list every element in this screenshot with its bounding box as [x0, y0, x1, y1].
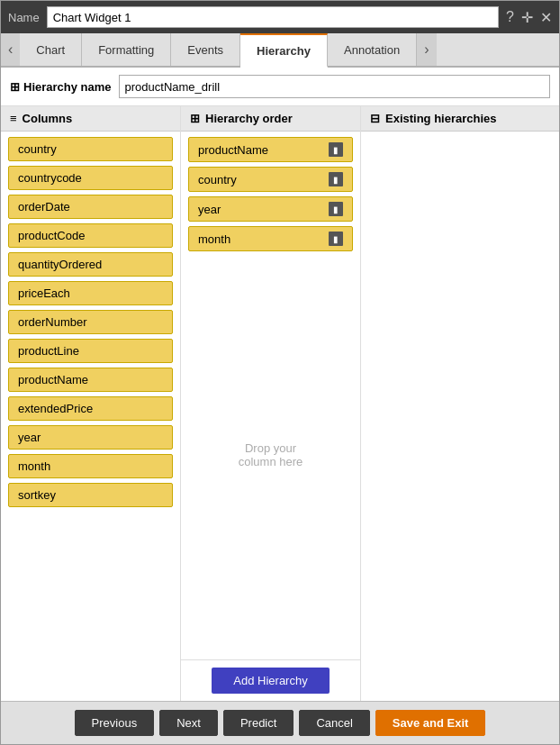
list-item[interactable]: productName — [8, 368, 173, 392]
title-bar-icons: ? ✛ ✕ — [506, 9, 552, 26]
previous-button[interactable]: Previous — [75, 710, 155, 736]
add-hierarchy-button[interactable]: Add Hierarchy — [212, 668, 329, 694]
existing-hierarchies-section: ⊟ Existing hierarchies — [361, 106, 559, 701]
hierarchy-name-icon: ⊞ — [10, 80, 20, 94]
next-button[interactable]: Next — [159, 710, 218, 736]
cancel-button[interactable]: Cancel — [299, 710, 369, 736]
content-area: ⊞ Hierarchy name ≡ Columns countrycountr… — [1, 68, 559, 701]
list-item[interactable]: priceEach — [8, 281, 173, 305]
list-item[interactable]: productName▮ — [188, 137, 353, 162]
bottom-bar: Previous Next Predict Cancel Save and Ex… — [1, 701, 559, 744]
list-item[interactable]: year▮ — [188, 196, 353, 222]
hierarchy-name-row: ⊞ Hierarchy name — [1, 68, 559, 106]
title-bar: Name ? ✛ ✕ — [1, 1, 559, 33]
help-icon[interactable]: ? — [506, 9, 514, 25]
existing-hierarchies-header: ⊟ Existing hierarchies — [361, 106, 559, 132]
predict-button[interactable]: Predict — [223, 710, 294, 736]
list-item[interactable]: productCode — [8, 223, 173, 248]
list-item[interactable]: productLine — [8, 339, 173, 363]
tab-chart[interactable]: Chart — [20, 33, 82, 66]
hierarchy-name-input[interactable] — [119, 75, 550, 98]
list-item[interactable]: country▮ — [188, 167, 353, 192]
list-item[interactable]: orderDate — [8, 195, 173, 219]
list-item[interactable]: year — [8, 425, 173, 450]
tab-nav-left[interactable]: ‹ — [1, 33, 20, 66]
delete-icon[interactable]: ▮ — [329, 142, 343, 157]
existing-hierarchies-body — [361, 132, 559, 701]
tab-events[interactable]: Events — [171, 33, 240, 66]
list-item[interactable]: country — [8, 137, 173, 161]
columns-body: countrycountrycodeorderDateproductCodequ… — [1, 132, 180, 701]
tab-hierarchy[interactable]: Hierarchy — [240, 33, 328, 68]
move-icon[interactable]: ✛ — [521, 9, 533, 26]
columns-section: ≡ Columns countrycountrycodeorderDatepro… — [1, 106, 181, 701]
tab-bar: ‹ Chart Formatting Events Hierarchy Anno… — [1, 33, 559, 68]
tab-formatting[interactable]: Formatting — [82, 33, 171, 66]
widget-name-input[interactable] — [47, 6, 499, 28]
list-item[interactable]: orderNumber — [8, 310, 173, 334]
three-columns-area: ≡ Columns countrycountrycodeorderDatepro… — [1, 106, 559, 701]
drop-zone: Drop your column here — [188, 256, 353, 654]
columns-header: ≡ Columns — [1, 106, 180, 132]
columns-icon: ≡ — [10, 112, 17, 125]
existing-hierarchies-icon: ⊟ — [370, 112, 380, 125]
delete-icon[interactable]: ▮ — [329, 202, 343, 216]
hierarchy-order-body: productName▮country▮year▮month▮Drop your… — [181, 132, 360, 659]
close-icon[interactable]: ✕ — [540, 9, 552, 26]
name-label: Name — [8, 11, 40, 24]
hierarchy-order-header: ⊞ Hierarchy order — [181, 106, 360, 132]
list-item[interactable]: month▮ — [188, 226, 353, 251]
hierarchy-order-icon: ⊞ — [190, 112, 200, 125]
list-item[interactable]: countrycode — [8, 166, 173, 190]
delete-icon[interactable]: ▮ — [329, 172, 343, 186]
hierarchy-name-label: ⊞ Hierarchy name — [10, 80, 112, 94]
list-item[interactable]: month — [8, 454, 173, 478]
list-item[interactable]: extendedPrice — [8, 396, 173, 421]
main-window: Name ? ✛ ✕ ‹ Chart Formatting Events Hie… — [0, 0, 560, 745]
list-item[interactable]: quantityOrdered — [8, 252, 173, 277]
add-hierarchy-row: Add Hierarchy — [181, 659, 360, 701]
delete-icon[interactable]: ▮ — [329, 232, 343, 246]
list-item[interactable]: sortkey — [8, 483, 173, 507]
tab-nav-right[interactable]: › — [417, 33, 436, 66]
save-and-exit-button[interactable]: Save and Exit — [375, 710, 486, 736]
hierarchy-order-section: ⊞ Hierarchy order productName▮country▮ye… — [181, 106, 361, 701]
tab-annotation[interactable]: Annotation — [328, 33, 417, 66]
